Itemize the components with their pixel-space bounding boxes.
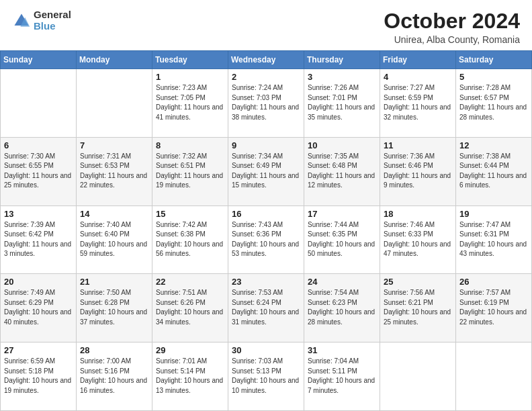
- calendar-cell: 1Sunrise: 7:23 AMSunset: 7:05 PMDaylight…: [152, 69, 228, 138]
- calendar-cell: 12Sunrise: 7:38 AMSunset: 6:44 PMDayligh…: [456, 137, 532, 205]
- calendar-cell: 20Sunrise: 7:49 AMSunset: 6:29 PMDayligh…: [1, 274, 77, 342]
- calendar-week-5: 27Sunrise: 6:59 AMSunset: 5:18 PMDayligh…: [1, 342, 532, 411]
- cell-info: Sunrise: 7:00 AMSunset: 5:16 PMDaylight:…: [80, 357, 148, 396]
- calendar-cell: 23Sunrise: 7:53 AMSunset: 6:24 PMDayligh…: [228, 274, 304, 342]
- cell-info: Sunrise: 7:03 AMSunset: 5:13 PMDaylight:…: [232, 357, 300, 396]
- cell-day-number: 14: [80, 209, 148, 219]
- logo-general-text: General: [34, 9, 71, 21]
- cell-info: Sunrise: 7:49 AMSunset: 6:29 PMDaylight:…: [4, 288, 73, 327]
- cell-info: Sunrise: 7:34 AMSunset: 6:49 PMDaylight:…: [232, 152, 300, 191]
- calendar-cell: 3Sunrise: 7:26 AMSunset: 7:01 PMDaylight…: [304, 69, 380, 138]
- cell-day-number: 2: [232, 72, 300, 82]
- day-header-friday: Friday: [380, 51, 456, 69]
- day-header-wednesday: Wednesday: [228, 51, 304, 69]
- calendar-cell: 4Sunrise: 7:27 AMSunset: 6:59 PMDaylight…: [380, 69, 456, 138]
- calendar-cell: 29Sunrise: 7:01 AMSunset: 5:14 PMDayligh…: [152, 342, 228, 411]
- cell-info: Sunrise: 7:50 AMSunset: 6:28 PMDaylight:…: [80, 288, 148, 327]
- calendar-cell: 14Sunrise: 7:40 AMSunset: 6:40 PMDayligh…: [77, 205, 152, 274]
- calendar-cell: 24Sunrise: 7:54 AMSunset: 6:23 PMDayligh…: [304, 274, 380, 342]
- calendar-cell: 26Sunrise: 7:57 AMSunset: 6:19 PMDayligh…: [456, 274, 532, 342]
- calendar-cell: 8Sunrise: 7:32 AMSunset: 6:51 PMDaylight…: [152, 137, 228, 205]
- calendar-week-3: 13Sunrise: 7:39 AMSunset: 6:42 PMDayligh…: [1, 205, 532, 274]
- cell-info: Sunrise: 7:44 AMSunset: 6:35 PMDaylight:…: [308, 220, 376, 259]
- logo-icon: [12, 11, 31, 30]
- cell-day-number: 15: [156, 209, 224, 219]
- cell-info: Sunrise: 7:35 AMSunset: 6:48 PMDaylight:…: [308, 152, 376, 191]
- header: General Blue October 2024 Unirea, Alba C…: [0, 0, 532, 50]
- cell-day-number: 30: [232, 345, 300, 355]
- cell-info: Sunrise: 7:04 AMSunset: 5:11 PMDaylight:…: [308, 357, 376, 396]
- cell-day-number: 22: [156, 277, 224, 287]
- cell-info: Sunrise: 7:26 AMSunset: 7:01 PMDaylight:…: [308, 83, 376, 122]
- day-header-monday: Monday: [77, 51, 152, 69]
- cell-day-number: 23: [232, 277, 300, 287]
- cell-day-number: 7: [80, 140, 148, 150]
- calendar-cell: 11Sunrise: 7:36 AMSunset: 6:46 PMDayligh…: [380, 137, 456, 205]
- cell-day-number: 27: [4, 345, 73, 355]
- cell-info: Sunrise: 7:40 AMSunset: 6:40 PMDaylight:…: [80, 220, 148, 259]
- cell-day-number: 28: [80, 345, 148, 355]
- cell-day-number: 21: [80, 277, 148, 287]
- cell-day-number: 13: [4, 209, 73, 219]
- cell-day-number: 26: [459, 277, 528, 287]
- cell-info: Sunrise: 7:24 AMSunset: 7:03 PMDaylight:…: [232, 83, 300, 122]
- cell-info: Sunrise: 7:47 AMSunset: 6:31 PMDaylight:…: [459, 220, 528, 259]
- calendar-cell: 16Sunrise: 7:43 AMSunset: 6:36 PMDayligh…: [228, 205, 304, 274]
- cell-day-number: 16: [232, 209, 300, 219]
- calendar-cell: 30Sunrise: 7:03 AMSunset: 5:13 PMDayligh…: [228, 342, 304, 411]
- cell-info: Sunrise: 7:27 AMSunset: 6:59 PMDaylight:…: [384, 83, 452, 122]
- day-header-tuesday: Tuesday: [152, 51, 228, 69]
- cell-info: Sunrise: 7:54 AMSunset: 6:23 PMDaylight:…: [308, 288, 376, 327]
- calendar-cell: 13Sunrise: 7:39 AMSunset: 6:42 PMDayligh…: [1, 205, 77, 274]
- calendar-cell: [1, 69, 77, 138]
- cell-info: Sunrise: 7:53 AMSunset: 6:24 PMDaylight:…: [232, 288, 300, 327]
- calendar-cell: 18Sunrise: 7:46 AMSunset: 6:33 PMDayligh…: [380, 205, 456, 274]
- title-area: October 2024 Unirea, Alba County, Romani…: [384, 9, 520, 45]
- cell-day-number: 4: [384, 72, 452, 82]
- calendar-cell: 5Sunrise: 7:28 AMSunset: 6:57 PMDaylight…: [456, 69, 532, 138]
- day-header-sunday: Sunday: [1, 51, 77, 69]
- cell-info: Sunrise: 7:01 AMSunset: 5:14 PMDaylight:…: [156, 357, 224, 396]
- cell-day-number: 17: [308, 209, 376, 219]
- month-title: October 2024: [384, 9, 520, 33]
- day-header-thursday: Thursday: [304, 51, 380, 69]
- calendar-cell: [456, 342, 532, 411]
- calendar-cell: 21Sunrise: 7:50 AMSunset: 6:28 PMDayligh…: [77, 274, 152, 342]
- cell-info: Sunrise: 7:56 AMSunset: 6:21 PMDaylight:…: [384, 288, 452, 327]
- cell-info: Sunrise: 7:43 AMSunset: 6:36 PMDaylight:…: [232, 220, 300, 259]
- logo: General Blue: [12, 9, 71, 32]
- cell-info: Sunrise: 7:36 AMSunset: 6:46 PMDaylight:…: [384, 152, 452, 191]
- cell-day-number: 6: [4, 140, 73, 150]
- logo-text: General Blue: [34, 9, 71, 32]
- cell-day-number: 9: [232, 140, 300, 150]
- cell-day-number: 19: [459, 209, 528, 219]
- cell-day-number: 24: [308, 277, 376, 287]
- cell-info: Sunrise: 7:57 AMSunset: 6:19 PMDaylight:…: [459, 288, 528, 327]
- cell-info: Sunrise: 6:59 AMSunset: 5:18 PMDaylight:…: [4, 357, 73, 396]
- calendar-cell: 10Sunrise: 7:35 AMSunset: 6:48 PMDayligh…: [304, 137, 380, 205]
- calendar-cell: 9Sunrise: 7:34 AMSunset: 6:49 PMDaylight…: [228, 137, 304, 205]
- cell-info: Sunrise: 7:30 AMSunset: 6:55 PMDaylight:…: [4, 152, 73, 191]
- cell-day-number: 29: [156, 345, 224, 355]
- cell-day-number: 3: [308, 72, 376, 82]
- cell-day-number: 5: [459, 72, 528, 82]
- calendar-week-1: 1Sunrise: 7:23 AMSunset: 7:05 PMDaylight…: [1, 69, 532, 138]
- cell-day-number: 20: [4, 277, 73, 287]
- cell-info: Sunrise: 7:38 AMSunset: 6:44 PMDaylight:…: [459, 152, 528, 191]
- calendar-cell: 25Sunrise: 7:56 AMSunset: 6:21 PMDayligh…: [380, 274, 456, 342]
- calendar-cell: [77, 69, 152, 138]
- calendar-cell: 28Sunrise: 7:00 AMSunset: 5:16 PMDayligh…: [77, 342, 152, 411]
- cell-day-number: 25: [384, 277, 452, 287]
- calendar-cell: 27Sunrise: 6:59 AMSunset: 5:18 PMDayligh…: [1, 342, 77, 411]
- cell-day-number: 11: [384, 140, 452, 150]
- cell-info: Sunrise: 7:51 AMSunset: 6:26 PMDaylight:…: [156, 288, 224, 327]
- calendar-cell: 31Sunrise: 7:04 AMSunset: 5:11 PMDayligh…: [304, 342, 380, 411]
- calendar-cell: 6Sunrise: 7:30 AMSunset: 6:55 PMDaylight…: [1, 137, 77, 205]
- cell-day-number: 1: [156, 72, 224, 82]
- cell-info: Sunrise: 7:46 AMSunset: 6:33 PMDaylight:…: [384, 220, 452, 259]
- calendar-week-4: 20Sunrise: 7:49 AMSunset: 6:29 PMDayligh…: [1, 274, 532, 342]
- cell-info: Sunrise: 7:23 AMSunset: 7:05 PMDaylight:…: [156, 83, 224, 122]
- calendar-cell: 22Sunrise: 7:51 AMSunset: 6:26 PMDayligh…: [152, 274, 228, 342]
- calendar-cell: 17Sunrise: 7:44 AMSunset: 6:35 PMDayligh…: [304, 205, 380, 274]
- cell-info: Sunrise: 7:31 AMSunset: 6:53 PMDaylight:…: [80, 152, 148, 191]
